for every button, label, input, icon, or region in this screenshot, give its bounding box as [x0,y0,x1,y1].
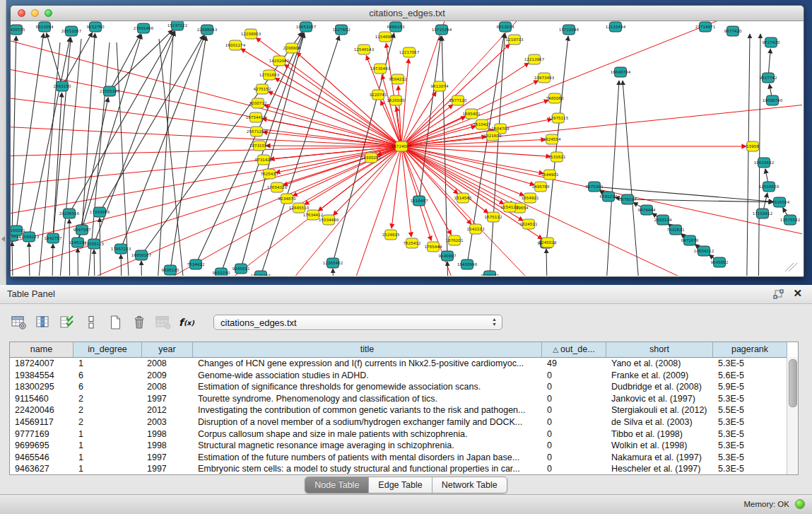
table-cell[interactable]: 49 [542,358,606,370]
table-cell[interactable]: 5.3E-5 [713,393,787,405]
table-cell[interactable]: 5.5E-5 [713,404,787,416]
table-row[interactable]: 1456911722003Disruption of a novel membe… [10,416,798,428]
column-header-out_de[interactable]: △out_de... [542,342,606,357]
table-cell[interactable]: 5.9E-5 [713,381,787,393]
column-header-name[interactable]: name [10,342,73,357]
table-cell[interactable]: Genome-wide association studies in ADHD. [193,370,542,382]
table-cell[interactable]: 0 [542,428,606,440]
table-cell[interactable]: 5.3E-5 [713,440,787,452]
close-window-button[interactable] [18,9,25,17]
table-cell[interactable]: 5.6E-5 [713,370,787,382]
table-cell[interactable]: 9777169 [10,428,73,440]
table-cell[interactable]: 19384554 [10,370,73,382]
table-cell[interactable]: 2008 [142,358,193,370]
table-cell[interactable]: Corpus callosum shape and size in male p… [193,428,542,440]
table-cell[interactable]: 2012 [142,404,193,416]
table-cell[interactable]: 5.3E-5 [713,358,787,370]
new-column-icon[interactable] [106,314,124,331]
select-column-icon[interactable] [58,314,76,331]
row-height-icon[interactable] [82,314,100,331]
minimize-window-button[interactable] [31,9,39,17]
table-cell[interactable]: 2 [73,416,142,428]
column-header-title[interactable]: title [193,342,542,357]
table-row[interactable]: 2242004622012Investigating the contribut… [10,404,798,416]
table-mode-icon[interactable] [10,314,28,331]
table-cell[interactable]: Stergiakouli et al. (2012) [606,404,713,416]
delete-column-icon[interactable] [130,314,148,331]
table-cell[interactable]: 0 [542,393,606,405]
column-header-year[interactable]: year [142,342,193,357]
table-cell[interactable]: 9115460 [10,393,73,405]
table-cell[interactable]: Tibbo et al. (1998) [606,428,713,440]
table-cell[interactable]: Disruption of a novel member of a sodium… [193,416,542,428]
table-cell[interactable]: Structural magnetic resonance image aver… [193,440,542,452]
table-cell[interactable]: 1 [73,358,142,370]
tab-node-table[interactable]: Node Table [305,477,369,493]
table-cell[interactable]: Changes of HCN gene expression and I(f) … [193,358,542,370]
table-select-dropdown[interactable]: citations_edges.txt▲▼ [213,315,502,330]
column-header-pagerank[interactable]: pagerank [713,342,787,357]
close-panel-icon[interactable]: ✕ [793,287,802,300]
table-cell[interactable]: 1998 [142,428,193,440]
table-cell[interactable]: 1 [73,440,142,452]
table-cell[interactable]: 18724007 [10,358,73,370]
table-cell[interactable]: 2 [73,404,142,416]
table-row[interactable]: 1872400712008Changes of HCN gene express… [10,358,798,370]
table-cell[interactable]: Estimation of the future numbers of pati… [193,452,542,464]
table-cell[interactable]: 1 [73,452,142,464]
table-cell[interactable]: Tourette syndrome. Phenomenology and cla… [193,393,542,405]
table-row[interactable]: 946362711997Embryonic stem cells: a mode… [10,463,798,474]
tab-edge-table[interactable]: Edge Table [369,477,432,493]
vertical-scrollbar[interactable] [787,357,798,474]
table-cell[interactable]: 0 [542,370,606,382]
table-cell[interactable]: de Silva et al. (2003) [606,416,713,428]
zoom-window-button[interactable] [45,9,52,17]
table-cell[interactable]: 0 [542,452,606,464]
window-titlebar[interactable]: citations_edges.txt [11,6,804,21]
column-header-in_degree[interactable]: in_degree [73,342,142,357]
table-row[interactable]: 1830029562008Estimation of significance … [10,381,798,393]
table-cell[interactable]: Jankovic et al. (1997) [606,393,713,405]
table-cell[interactable]: 2009 [142,370,193,382]
table-cell[interactable]: 22420046 [10,404,73,416]
table-row[interactable]: 969969511998Structural magnetic resonanc… [10,440,798,452]
table-cell[interactable]: Hescheler et al. (1997) [606,463,713,474]
table-cell[interactable]: Franke et al. (2009) [606,370,713,382]
table-cell[interactable]: Yano et al. (2008) [606,358,713,370]
table-cell[interactable]: 2008 [142,381,193,393]
table-cell[interactable]: Dudbridge et al. (2008) [606,381,713,393]
table-cell[interactable]: 2 [73,393,142,405]
table-row[interactable]: 977716911998Corpus callosum shape and si… [10,428,798,440]
table-cell[interactable]: 6 [73,381,142,393]
table-cell[interactable]: 1998 [142,440,193,452]
table-cell[interactable]: 9465546 [10,452,73,464]
table-cell[interactable]: 5.3E-5 [713,428,787,440]
panel-collapse-arrow-icon[interactable] [1,236,5,242]
table-cell[interactable]: 1997 [142,452,193,464]
tab-network-table[interactable]: Network Table [433,477,507,493]
table-cell[interactable]: 1997 [142,463,193,474]
table-cell[interactable]: 0 [542,416,606,428]
table-cell[interactable]: 9699695 [10,440,73,452]
network-canvas[interactable]: 9405575831305420553287915276027691406152… [11,21,802,276]
table-cell[interactable]: 0 [542,463,606,474]
table-cell[interactable]: 5.3E-5 [713,416,787,428]
memory-status-indicator[interactable] [795,499,805,509]
table-cell[interactable]: 5.3E-5 [713,452,787,464]
table-cell[interactable]: Investigating the contribution of common… [193,404,542,416]
table-cell[interactable]: 0 [542,404,606,416]
function-builder-icon[interactable]: f(x) [178,314,196,331]
table-cell[interactable]: 1 [73,463,142,474]
table-row[interactable]: 946554611997Estimation of the future num… [10,452,798,464]
table-row[interactable]: 911546021997Tourette syndrome. Phenomeno… [10,393,798,405]
table-cell[interactable]: 14569117 [10,416,73,428]
table-cell[interactable]: 0 [542,440,606,452]
scrollbar-thumb[interactable] [789,359,797,407]
table-cell[interactable]: 5.3E-5 [713,463,787,474]
float-panel-icon[interactable] [773,289,784,299]
table-cell[interactable]: 2003 [142,416,193,428]
table-cell[interactable]: 1997 [142,393,193,405]
table-cell[interactable]: Embryonic stem cells: a model to study s… [193,463,542,474]
table-cell[interactable]: 9463627 [10,463,73,474]
table-cell[interactable]: Nakamura et al. (1997) [606,452,713,464]
